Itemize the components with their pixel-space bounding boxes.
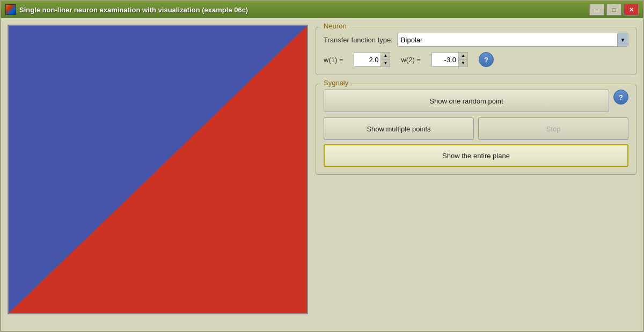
- right-panel: Neuron Transfer function type: Bipolar ▼…: [316, 25, 636, 324]
- show-one-random-row: Show one random point ?: [324, 90, 628, 112]
- dropdown-arrow-icon: ▼: [617, 33, 628, 46]
- show-multiple-stop-row: Show multiple points Stop: [324, 117, 628, 140]
- visualization-canvas: [8, 25, 308, 314]
- window-controls: – □ ✕: [589, 4, 639, 16]
- w2-decrement-button[interactable]: ▼: [459, 60, 467, 67]
- maximize-button[interactable]: □: [606, 4, 621, 16]
- content-area: Neuron Transfer function type: Bipolar ▼…: [1, 18, 643, 331]
- close-button[interactable]: ✕: [624, 4, 639, 16]
- transfer-function-dropdown[interactable]: Bipolar ▼: [397, 33, 628, 47]
- w2-spinner: ▲ ▼: [431, 52, 468, 67]
- sygnaly-group-label: Sygnały: [321, 79, 350, 87]
- w1-label: w(1) =: [324, 56, 343, 64]
- sygnaly-info-button[interactable]: ?: [613, 90, 628, 105]
- stop-button[interactable]: Stop: [478, 117, 628, 140]
- w1-input[interactable]: [354, 53, 380, 67]
- app-icon: [5, 4, 16, 15]
- w2-input[interactable]: [431, 53, 458, 67]
- w2-spinner-buttons: ▲ ▼: [458, 52, 468, 67]
- w1-spinner-buttons: ▲ ▼: [380, 52, 390, 67]
- weights-row: w(1) = ▲ ▼ w(2) = ▲ ▼: [324, 52, 628, 67]
- w1-decrement-button[interactable]: ▼: [381, 60, 390, 67]
- window-title: Single non-liner neuron examination with…: [19, 6, 586, 14]
- transfer-function-row: Transfer function type: Bipolar ▼: [324, 33, 628, 47]
- main-window: Single non-liner neuron examination with…: [0, 0, 644, 332]
- show-entire-plane-button[interactable]: Show the entire plane: [324, 144, 628, 167]
- transfer-function-label: Transfer function type:: [324, 36, 393, 44]
- transfer-function-value: Bipolar: [401, 36, 625, 44]
- show-multiple-button[interactable]: Show multiple points: [324, 117, 474, 140]
- neuron-info-button[interactable]: ?: [479, 52, 494, 67]
- neuron-group: Neuron Transfer function type: Bipolar ▼…: [316, 27, 636, 75]
- show-one-random-button[interactable]: Show one random point: [324, 90, 609, 112]
- w1-spinner: ▲ ▼: [354, 52, 390, 67]
- title-bar: Single non-liner neuron examination with…: [1, 1, 643, 18]
- minimize-button[interactable]: –: [589, 4, 604, 16]
- neuron-group-label: Neuron: [321, 22, 349, 30]
- w2-label: w(2) =: [401, 56, 420, 64]
- sygnaly-group: Sygnały Show one random point ? Show mul…: [316, 84, 636, 175]
- w1-increment-button[interactable]: ▲: [381, 53, 390, 60]
- w2-increment-button[interactable]: ▲: [459, 53, 467, 60]
